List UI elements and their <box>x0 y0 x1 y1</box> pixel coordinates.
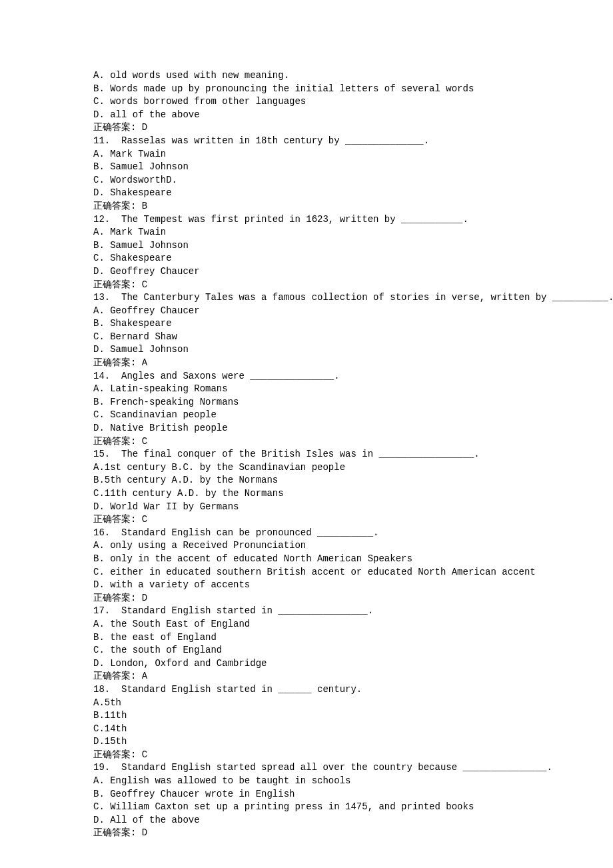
option-line: A. only using a Received Pronunciation <box>93 539 520 553</box>
option-line: C. Bernard Shaw <box>93 331 520 344</box>
answer-line: 正确答案: A <box>93 357 520 370</box>
option-line: B. only in the accent of educated North … <box>93 553 520 566</box>
option-line: B. French-speaking Normans <box>93 396 520 409</box>
answer-line: 正确答案: D <box>93 121 520 135</box>
option-line: C. William Caxton set up a printing pres… <box>93 801 520 814</box>
option-line: D.15th <box>93 735 520 749</box>
option-line: A. Mark Twain <box>93 148 520 161</box>
option-line: C.14th <box>93 723 520 736</box>
option-line: A.5th <box>93 697 520 710</box>
option-line: A. Geoffrey Chaucer <box>93 305 520 318</box>
option-line: B. the east of England <box>93 631 520 645</box>
question-line: 17. Standard English started in ________… <box>93 605 520 618</box>
question-line: 13. The Canterbury Tales was a famous co… <box>93 291 520 305</box>
option-line: C. Shakespeare <box>93 252 520 265</box>
question-line: 14. Angles and Saxons were _____________… <box>93 370 520 383</box>
answer-line: 正确答案: D <box>93 592 520 605</box>
option-line: C. WordsworthD. <box>93 174 520 187</box>
option-line: D. Samuel Johnson <box>93 343 520 357</box>
answer-line: 正确答案: C <box>93 279 520 292</box>
answer-line: 正确答案: D <box>93 827 520 840</box>
answer-line: 正确答案: C <box>93 749 520 762</box>
option-line: A. Latin-speaking Romans <box>93 383 520 396</box>
option-line: D. Native British people <box>93 422 520 435</box>
document-page: A. old words used with new meaning.B. Wo… <box>0 0 613 868</box>
option-line: C.11th century A.D. by the Normans <box>93 487 520 501</box>
answer-line: 正确答案: B <box>93 200 520 213</box>
answer-line: 正确答案: C <box>93 435 520 449</box>
question-line: 18. Standard English started in ______ c… <box>93 683 520 697</box>
option-line: A. English was allowed to be taught in s… <box>93 775 520 788</box>
option-line: B. Samuel Johnson <box>93 161 520 174</box>
option-line: B. Words made up by pronouncing the init… <box>93 83 520 96</box>
option-line: C. words borrowed from other languages <box>93 95 520 109</box>
option-line: D. Shakespeare <box>93 187 520 200</box>
option-line: D. Geoffrey Chaucer <box>93 265 520 279</box>
option-line: B. Samuel Johnson <box>93 239 520 253</box>
option-line: C. Scandinavian people <box>93 409 520 422</box>
option-line: B.11th <box>93 709 520 723</box>
answer-line: 正确答案: C <box>93 513 520 527</box>
option-line: A. Mark Twain <box>93 226 520 239</box>
option-line: A. old words used with new meaning. <box>93 69 520 83</box>
question-line: 11. Rasselas was written in 18th century… <box>93 135 520 148</box>
option-line: D. All of the above <box>93 814 520 827</box>
option-line: C. the south of England <box>93 644 520 657</box>
option-line: A. the South East of England <box>93 618 520 631</box>
option-line: D. World War II by Germans <box>93 501 520 514</box>
question-line: 15. The final conquer of the British Isl… <box>93 448 520 461</box>
option-line: D. with a variety of accents <box>93 579 520 592</box>
option-line: B. Geoffrey Chaucer wrote in English <box>93 788 520 801</box>
question-line: 16. Standard English can be pronounced _… <box>93 527 520 540</box>
option-line: B. Shakespeare <box>93 317 520 331</box>
question-line: 19. Standard English started spread all … <box>93 761 520 775</box>
question-list: A. old words used with new meaning.B. Wo… <box>93 69 520 840</box>
option-line: B.5th century A.D. by the Normans <box>93 474 520 487</box>
option-line: D. all of the above <box>93 109 520 122</box>
option-line: C. either in educated southern British a… <box>93 566 520 579</box>
option-line: A.1st century B.C. by the Scandinavian p… <box>93 461 520 475</box>
answer-line: 正确答案: A <box>93 670 520 683</box>
option-line: D. London, Oxford and Cambridge <box>93 657 520 671</box>
question-line: 12. The Tempest was first printed in 162… <box>93 213 520 227</box>
